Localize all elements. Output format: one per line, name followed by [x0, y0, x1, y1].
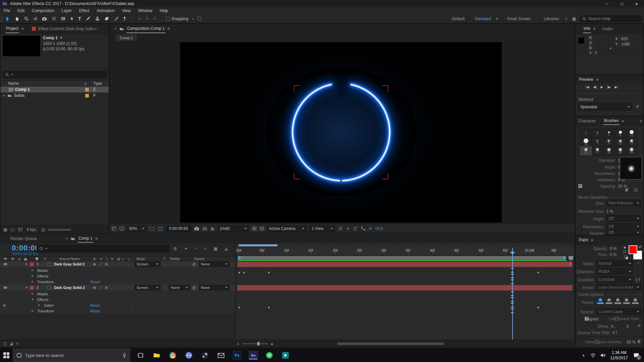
layer-trkmat-dropdown[interactable]: None	[169, 285, 190, 290]
dyn-opacity-dropdown[interactable]: Off	[606, 231, 641, 235]
close-button[interactable]: ×	[629, 0, 644, 7]
project-row-solids[interactable]: ► Solids F	[1, 93, 109, 99]
group-collapse-icon[interactable]: ►	[31, 309, 34, 312]
brush-preset[interactable]: 9	[614, 129, 626, 138]
transform-reset-link[interactable]: Reset	[90, 280, 100, 284]
menu-view[interactable]: View	[118, 8, 135, 13]
expand-transfer-controls-icon[interactable]: ◪	[9, 341, 13, 346]
paint-opacity-value[interactable]: 0 %	[610, 246, 617, 251]
show-snapshot-icon[interactable]	[202, 227, 207, 231]
menu-composition[interactable]: Composition	[28, 8, 58, 13]
layer-parent-dropdown[interactable]: None	[199, 285, 230, 290]
column-mode[interactable]: Mode	[137, 257, 145, 261]
layer-label-swatch[interactable]	[30, 286, 34, 290]
text-tool-button[interactable]: T	[78, 16, 81, 21]
brush-preset[interactable]: 27	[592, 146, 603, 155]
selection-tool-button[interactable]	[3, 16, 12, 21]
layer-label-swatch[interactable]	[30, 262, 34, 266]
tab-render-queue[interactable]: Render Queue	[10, 236, 37, 241]
group-collapse-icon[interactable]: ►	[31, 280, 34, 283]
time-ruler[interactable]: :00f 05f 10f 15f 20f 25f 30f 35f 40f 45f…	[236, 248, 574, 255]
tab-effect-controls[interactable]: Effect Controls Dark Gray Solic	[38, 26, 94, 31]
workspace-default[interactable]: Default	[452, 16, 465, 21]
graph-editor-icon[interactable]: ◮	[224, 246, 227, 251]
hand-tool-button[interactable]	[12, 16, 22, 21]
layer-fx-icon[interactable]: fx	[105, 286, 108, 290]
group-collapse-icon[interactable]: ►	[31, 292, 34, 295]
tab-info[interactable]: Info	[583, 24, 591, 33]
keyframe[interactable]	[537, 307, 539, 308]
rotate-tool-button[interactable]: ↺	[33, 16, 37, 21]
layer-2-duration-bar[interactable]	[237, 285, 573, 291]
timeline-panel-menu-icon[interactable]: ≡	[95, 236, 98, 241]
tab-audio[interactable]: Audio	[602, 26, 613, 31]
project-row-comp1[interactable]: Comp 1 C	[1, 86, 109, 93]
keyframe[interactable]	[243, 272, 245, 274]
shortcut-dropdown[interactable]: Spacebar	[578, 103, 632, 111]
column-t[interactable]: T	[163, 257, 165, 261]
new-composition-icon[interactable]	[18, 228, 22, 231]
search-help-box[interactable]: Search Help	[580, 15, 642, 22]
composition-mini-flowchart-icon[interactable]: ⊞	[173, 246, 177, 251]
puppet-pin-tool-button[interactable]	[121, 16, 128, 21]
paint-panel-menu-icon[interactable]: ≡	[591, 238, 593, 243]
tab-timeline-comp1[interactable]: Comp 1	[78, 235, 93, 243]
project-bit-depth[interactable]: 8 bpc	[26, 227, 36, 232]
movies-tv-button[interactable]	[281, 351, 290, 360]
project-tabs-overflow-icon[interactable]: »	[95, 26, 97, 31]
previous-frame-button[interactable]: ◀|	[593, 85, 596, 89]
composition-frame[interactable]	[180, 42, 502, 223]
label-swatch[interactable]	[85, 94, 89, 98]
layer-mode-dropdown[interactable]: Screen	[135, 285, 161, 290]
viewer-panel-menu-icon[interactable]: ≡	[167, 26, 170, 31]
first-frame-button[interactable]: |◀	[586, 85, 589, 89]
microphone-icon[interactable]	[122, 353, 126, 358]
expand-in-out-icon[interactable]: ≡	[16, 341, 18, 346]
menu-file[interactable]: File	[0, 8, 14, 13]
photoshop-button[interactable]: Ps	[233, 351, 241, 360]
reset-exposure-icon[interactable]: ↺	[369, 226, 372, 231]
viewer-timecode-box[interactable]: 0:00:00:55	[166, 226, 191, 232]
column-trkmat[interactable]: TrkMat	[169, 257, 180, 261]
chrome-button[interactable]	[168, 351, 177, 360]
project-panel-menu-icon[interactable]: ≡	[21, 26, 24, 31]
magnification-dropdown[interactable]: 50%	[127, 226, 147, 232]
clone-preset-3[interactable]	[614, 298, 621, 304]
pan-behind-tool-button[interactable]	[49, 16, 59, 21]
layer-select-box[interactable]	[47, 262, 51, 266]
active-camera-dropdown[interactable]: Active Camera	[267, 226, 307, 232]
collapse-icon[interactable]: ►	[3, 94, 5, 97]
work-area-end-handle[interactable]	[563, 256, 566, 259]
column-name[interactable]: Name	[8, 81, 19, 86]
timeline-search-input[interactable]	[37, 245, 169, 252]
brush-preset[interactable]: 1	[580, 129, 592, 138]
workspace-small-screen[interactable]: Small Screen	[507, 16, 531, 21]
reset-shortcut-icon[interactable]: ↺	[635, 104, 639, 109]
transform-row[interactable]: ► Transform Reset	[0, 308, 235, 314]
project-comp-name[interactable]: Comp 1	[43, 36, 58, 40]
always-preview-icon[interactable]	[112, 227, 116, 231]
playhead-line[interactable]	[512, 248, 513, 340]
work-area-bar[interactable]	[238, 256, 566, 259]
timeline-button-icon[interactable]	[353, 227, 358, 231]
effects-row[interactable]: ► Effects	[0, 273, 235, 279]
axis-mode-local-icon[interactable]: ✛	[138, 16, 141, 21]
sort-ascending-icon[interactable]: ▲	[84, 82, 87, 85]
tab-paint[interactable]: Paint	[578, 237, 589, 243]
erase-dropdown[interactable]: Layer Source & Paint	[596, 284, 641, 290]
brush-preset[interactable]: 13	[614, 138, 626, 146]
brush-preset[interactable]: 13	[626, 129, 637, 138]
primary-viewer-icon[interactable]	[119, 227, 124, 231]
brush-preset-selected[interactable]: 21	[580, 146, 592, 155]
layer-quality-icon[interactable]: ⊕	[93, 286, 96, 290]
layer-parent-dropdown[interactable]: None	[199, 261, 230, 267]
layer-1-duration-bar[interactable]	[237, 261, 573, 267]
tab-character[interactable]: Character	[578, 119, 596, 123]
clone-preset-5[interactable]	[632, 298, 639, 304]
timeline-zoom-handle[interactable]	[257, 342, 260, 346]
motion-blur-icon[interactable]: ▦	[214, 246, 217, 251]
offset-y[interactable]: 0	[627, 324, 629, 329]
task-view-button[interactable]	[136, 351, 145, 360]
workspace-overflow-icon[interactable]: »	[565, 16, 568, 21]
brush-preset[interactable]: 5	[603, 129, 614, 138]
